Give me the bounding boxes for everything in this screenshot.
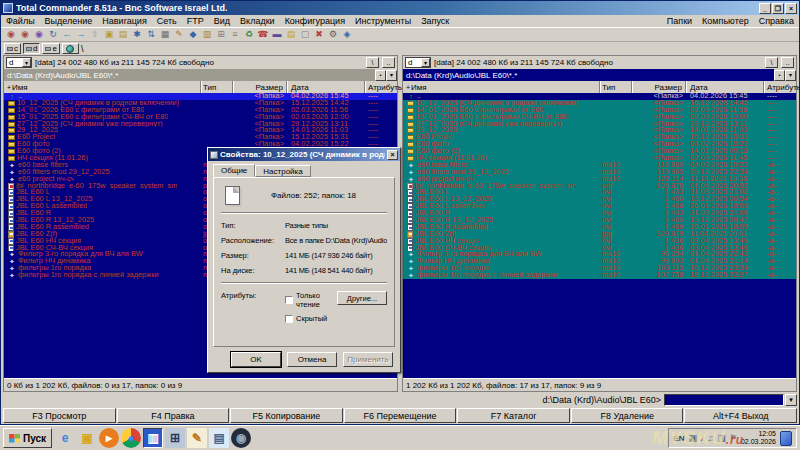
readonly-checkbox[interactable] [285,296,293,304]
back-icon[interactable]: ← [60,28,74,41]
restore-button[interactable]: ❐ [772,3,784,14]
menu-item[interactable]: Компьютер [697,16,754,26]
fkey-button[interactable]: F4 Правка [117,408,230,423]
menu-item[interactable]: Конфигурация [280,16,350,26]
JBL E60 R assembled[interactable]: JBL E60 R assembled ovl 1 466 26.01.2026… [403,224,796,231]
column-name[interactable]: +Имя [403,81,600,93]
notes-icon[interactable]: ▤ [284,28,298,41]
E60 фото[interactable]: E60 фото <Папка> 04.02.2026 15:22 ---- [403,141,796,148]
фильтры 1го порядка[interactable]: фильтры 1го порядка ms10 103 115 15.12.2… [403,265,796,272]
menu-item[interactable]: Выделение [40,16,98,26]
swap-panels-icon[interactable]: ◉ [32,28,46,41]
15_01_2025 E60 с фильтрами СЧ-ВЧ от E80[interactable]: 15_01_2025 E60 с фильтрами СЧ-ВЧ от E80 … [403,114,796,121]
minimize-button[interactable]: _ [759,3,771,14]
right-drive-combo[interactable]: d ▾ [405,57,431,68]
left-path[interactable]: d:\Data (Krd)\Audio\JBL E60\*.* [4,69,375,81]
column-name[interactable]: +Имя [4,81,201,93]
НЧ секция (11.01.26)[interactable]: НЧ секция (11.01.26) <Папка> 02.03.2026 … [403,155,796,162]
language-indicator[interactable]: EN [673,434,684,443]
JBL E60 СЧ-ВЧ секция[interactable]: JBL E60 СЧ-ВЧ секция ovl 1 436 03.04.202… [403,245,796,252]
menu-item[interactable]: Запуск [416,16,454,26]
delete-icon[interactable]: ✖ [312,28,326,41]
menu-item[interactable]: Навигация [97,16,151,26]
tab-settings[interactable]: Настройка [255,165,310,177]
29_12_2025[interactable]: 29_12_2025 <Папка> 14.01.2026 11:03 ---- [4,127,397,134]
new-folder-icon[interactable]: ▣ [102,28,116,41]
e60 filters mod 29_12_2025[interactable]: e60 filters mod 29_12_2025 ms10 119 965 … [403,169,796,176]
15_01_2025 E60 с фильтрами СЧ-ВЧ от E80[interactable]: 15_01_2025 E60 с фильтрами СЧ-ВЧ от E80 … [4,114,397,121]
favorites-icon[interactable]: • [774,70,785,81]
display-icon[interactable]: ▣ [689,433,698,443]
fkey-button[interactable]: F5 Копирование [230,408,343,423]
e60 base filters[interactable]: e60 base filters ms10 116 680 04.02.2026… [403,162,796,169]
..[interactable]: .. <Папка> 04.02.2026 15:45 ---- [403,93,796,100]
right-path[interactable]: d:\Data (Krd)\Audio\JBL E60\*.* [403,69,774,81]
left-root-button[interactable]: \ [366,57,379,68]
tab-general[interactable]: Общие [213,164,255,177]
history-icon[interactable]: ▾ [386,70,397,81]
network-icon[interactable]: ⚑ [729,433,737,443]
media-player-icon[interactable]: ▸ [99,428,119,448]
apply-button[interactable]: Применить [343,352,393,367]
command-input[interactable] [664,394,784,406]
e60 project нч-сч[interactable]: e60 project нч-сч ms10 122 114 11.12.202… [403,176,796,183]
ftp-icon[interactable]: ☎ [256,28,270,41]
column-attr[interactable]: Атрибуты [365,81,397,93]
calculator-icon[interactable]: ⊞ [165,428,185,448]
left-updir-button[interactable]: .. [382,57,395,68]
sync-dirs-icon[interactable]: ♻ [242,28,256,41]
usb-icon[interactable]: ◨ [717,433,726,443]
27_12_2025 (СЧ динамик уже перевернут)[interactable]: 27_12_2025 (СЧ динамик уже перевернут) <… [4,121,397,128]
14_01_2026 E60 с фильтрами от E80[interactable]: 14_01_2026 E60 с фильтрами от E80 <Папка… [403,107,796,114]
menu-item[interactable]: Файлы [1,16,40,26]
JBL E60 НЧ секция[interactable]: JBL E60 НЧ секция ovl 1 436 03.04.2025 1… [403,238,796,245]
favorites-icon[interactable]: • [375,70,386,81]
thumbnails-icon[interactable]: ▦ [158,28,172,41]
column-size[interactable]: Размер [632,81,686,93]
brief-view-icon[interactable]: ✱ [130,28,144,41]
drive-button[interactable]: d [23,43,40,54]
left-drive-combo[interactable]: d ▾ [6,57,32,68]
drive-button[interactable]: c [4,43,21,54]
settings-icon[interactable]: ⚙ [326,28,340,41]
dialog-title-bar[interactable]: Свойства: 10_12_2025 (СЧ динамик в родно… [208,148,400,161]
E60 фото (2)[interactable]: E60 фото (2) <Папка> 14.01.2026 09:18 --… [403,148,796,155]
menu-item[interactable]: FTP [182,16,209,26]
source-right-icon[interactable]: ◉ [18,28,32,41]
edit-icon[interactable]: ✎ [172,28,186,41]
column-attr[interactable]: Атрибуты [764,81,796,93]
фильтры 1го порядка с линией задержки[interactable]: фильтры 1го порядка с линией задержки ms… [403,272,796,279]
menu-item[interactable]: Справка [754,16,799,26]
ok-button[interactable]: OK [231,352,281,367]
sort-icon[interactable]: ⇅ [144,28,158,41]
fkey-button[interactable]: F6 Перемещение [344,408,457,423]
other-attrs-button[interactable]: Другие... [337,291,387,305]
right-root-button[interactable]: \ [765,57,778,68]
jbl_northbridge_e-60_175w_speaker_system_sm[interactable]: jbl_northbridge_e-60_175w_speaker_system… [403,183,796,190]
text-editor-icon[interactable]: ✎ [187,428,207,448]
E60 Project[interactable]: E60 Project <Папка> 15.12.2025 15:31 ---… [403,134,796,141]
drive-button[interactable]: e [42,43,59,54]
menu-item[interactable]: Вкладки [235,16,280,26]
column-date[interactable]: Дата [287,81,365,93]
refresh-icon[interactable]: ↻ [46,28,60,41]
27_12_2025 (СЧ динамик уже перевернут)[interactable]: 27_12_2025 (СЧ динамик уже перевернут) <… [403,121,796,128]
menu-item[interactable]: Папки [662,16,697,26]
column-type[interactable]: Тип [600,81,632,93]
forward-icon[interactable]: → [74,28,88,41]
JBL E60 R[interactable]: JBL E60 R ovl 1 433 31.03.2025 21:06 -a-… [403,210,796,217]
folder-tree-icon[interactable]: ▤ [116,28,130,41]
JBL E60 R 13_12_2025[interactable]: JBL E60 R 13_12_2025 ovl 1 460 13.12.202… [403,217,796,224]
notepad-icon[interactable]: ▤ [209,428,229,448]
column-date[interactable]: Дата [686,81,764,93]
network-drive-button[interactable] [62,43,79,54]
chrome-icon[interactable]: ● [121,428,141,448]
menu-item[interactable]: Сеть [152,16,182,26]
new-file-icon[interactable]: ▢ [298,28,312,41]
fkey-button[interactable]: F8 Удаление [571,408,684,423]
JBL E60 Z(f)[interactable]: JBL E60 Z(f) jpg 329 879 11.04.2025 20:0… [403,231,796,238]
verify-icon[interactable]: ⊞ [214,28,228,41]
10_12_2025 (СЧ динамик в родном включении)[interactable]: 10_12_2025 (СЧ динамик в родном включени… [4,100,397,107]
volume-icon[interactable]: ♪ [700,433,705,443]
close-icon[interactable]: × [387,150,398,160]
